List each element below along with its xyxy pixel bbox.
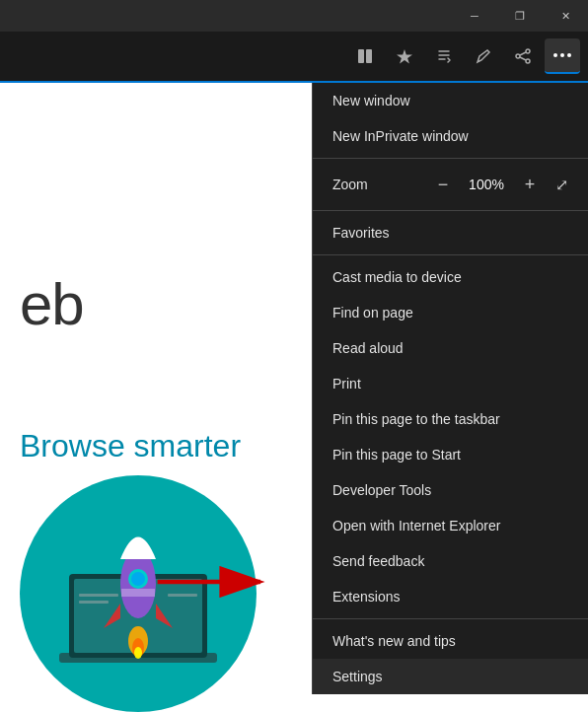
zoom-plus-button[interactable]: + [516, 171, 544, 198]
menu-item-developer-tools[interactable]: Developer Tools [313, 472, 588, 508]
close-button[interactable]: ✕ [543, 0, 588, 32]
zoom-label: Zoom [332, 177, 421, 192]
menu-item-print[interactable]: Print [313, 366, 588, 401]
menu-item-send-feedback[interactable]: Send feedback [313, 543, 588, 579]
menu-divider-2 [313, 210, 588, 211]
zoom-row: Zoom − 100% + ⤢ [313, 163, 588, 206]
more-button[interactable] [545, 38, 580, 74]
svg-point-2 [526, 49, 530, 53]
svg-point-8 [560, 53, 564, 57]
menu-item-new-inprivate[interactable]: New InPrivate window [313, 118, 588, 154]
menu-item-favorites[interactable]: Favorites [313, 215, 588, 250]
svg-point-3 [516, 54, 520, 58]
svg-point-19 [134, 647, 142, 659]
svg-rect-20 [79, 594, 118, 597]
svg-point-7 [553, 53, 557, 57]
svg-point-4 [526, 59, 530, 63]
browse-smarter-text: Browse smarter [20, 428, 241, 464]
svg-line-6 [520, 57, 526, 60]
maximize-button[interactable]: ❐ [497, 0, 543, 32]
reading-view-icon[interactable] [347, 38, 383, 74]
zoom-expand-button[interactable]: ⤢ [555, 176, 568, 194]
reading-list-icon[interactable] [426, 38, 462, 74]
title-bar: ─ ❐ ✕ [0, 0, 588, 32]
page-text-fragment: eb [20, 270, 84, 338]
menu-item-new-window[interactable]: New window [313, 83, 588, 118]
menu-divider-3 [313, 254, 588, 255]
svg-rect-21 [79, 601, 109, 604]
svg-rect-1 [366, 49, 372, 63]
minimize-button[interactable]: ─ [452, 0, 497, 32]
menu-item-read-aloud[interactable]: Read aloud [313, 330, 588, 366]
note-icon[interactable] [466, 38, 501, 74]
menu-item-cast-media[interactable]: Cast media to device [313, 259, 588, 295]
menu-item-extensions[interactable]: Extensions [313, 579, 588, 614]
svg-point-9 [567, 53, 571, 57]
zoom-minus-button[interactable]: − [429, 171, 457, 198]
title-bar-controls: ─ ❐ ✕ [452, 0, 588, 32]
svg-rect-16 [121, 589, 155, 597]
page-background: eb Browse smarter [0, 83, 311, 712]
menu-item-whats-new[interactable]: What's new and tips [313, 623, 588, 659]
browser-toolbar [0, 32, 588, 83]
menu-divider-4 [313, 618, 588, 619]
share-icon[interactable] [505, 38, 541, 74]
svg-point-15 [131, 572, 145, 586]
menu-divider-1 [313, 158, 588, 159]
svg-rect-0 [358, 49, 364, 63]
menu-item-pin-taskbar[interactable]: Pin this page to the taskbar [313, 401, 588, 437]
favorites-icon[interactable] [387, 38, 422, 74]
svg-line-5 [520, 52, 526, 55]
arrow-indicator [153, 562, 271, 605]
zoom-value: 100% [465, 177, 508, 192]
menu-item-pin-start[interactable]: Pin this page to Start [313, 437, 588, 472]
dropdown-menu: New window New InPrivate window Zoom − 1… [312, 83, 588, 694]
menu-item-find-on-page[interactable]: Find on page [313, 295, 588, 330]
menu-item-open-ie[interactable]: Open with Internet Explorer [313, 508, 588, 543]
menu-item-settings[interactable]: Settings [313, 659, 588, 694]
